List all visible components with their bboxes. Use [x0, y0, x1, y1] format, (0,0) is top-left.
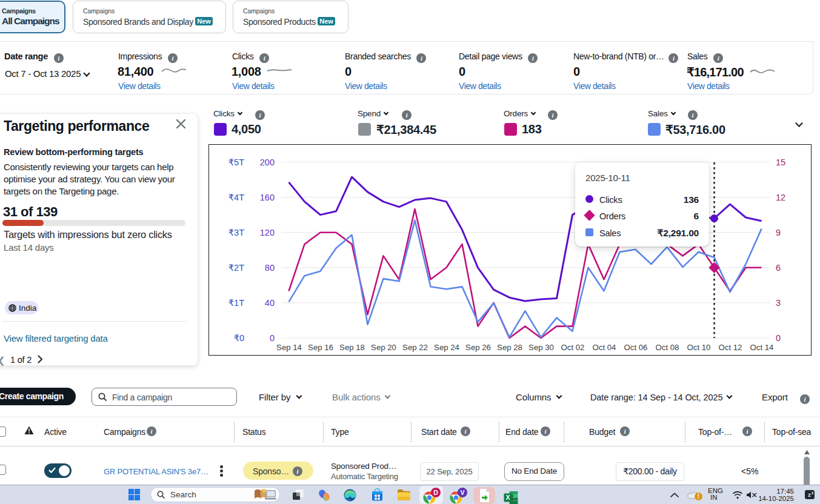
svg-text:9: 9	[776, 227, 781, 237]
svg-text:Sep 30: Sep 30	[528, 343, 554, 352]
svg-text:Oct 04: Oct 04	[592, 343, 616, 352]
svg-text:Oct 08: Oct 08	[655, 343, 679, 352]
svg-text:Oct 02: Oct 02	[561, 343, 584, 352]
svg-text:0: 0	[776, 333, 781, 343]
svg-text:z: z	[808, 492, 811, 498]
svg-text:Oct 10: Oct 10	[687, 343, 710, 352]
svg-text:160: 160	[259, 192, 274, 202]
svg-text:X: X	[505, 494, 510, 501]
svg-text:40: 40	[264, 297, 274, 307]
svg-text:0: 0	[269, 333, 274, 343]
svg-text:Sep 22: Sep 22	[402, 343, 428, 352]
svg-text:12: 12	[776, 192, 785, 202]
svg-text:Sep 18: Sep 18	[339, 343, 365, 352]
svg-text:80: 80	[264, 262, 274, 272]
svg-text:Oct 06: Oct 06	[624, 343, 647, 352]
svg-text:₹1T: ₹1T	[228, 297, 244, 307]
svg-text:Sep 20: Sep 20	[371, 343, 396, 352]
svg-text:Sep 16: Sep 16	[308, 343, 333, 352]
svg-text:15: 15	[776, 157, 785, 167]
svg-text:₹5T: ₹5T	[228, 157, 244, 167]
svg-text:₹4T: ₹4T	[228, 192, 244, 202]
svg-text:120: 120	[259, 227, 274, 237]
svg-text:₹3T: ₹3T	[228, 227, 244, 237]
svg-text:Sep 24: Sep 24	[434, 343, 459, 352]
svg-text:Oct 14: Oct 14	[750, 343, 773, 352]
svg-text:Sep 14: Sep 14	[276, 343, 302, 352]
svg-text:Sep 28: Sep 28	[497, 343, 522, 352]
svg-text:6: 6	[776, 262, 781, 272]
svg-text:Oct 12: Oct 12	[718, 343, 742, 352]
svg-text:200: 200	[259, 157, 274, 167]
svg-text:3: 3	[776, 297, 781, 307]
svg-text:Sep 26: Sep 26	[465, 343, 491, 352]
svg-text:₹0: ₹0	[233, 333, 244, 343]
svg-text:₹2T: ₹2T	[228, 262, 244, 272]
